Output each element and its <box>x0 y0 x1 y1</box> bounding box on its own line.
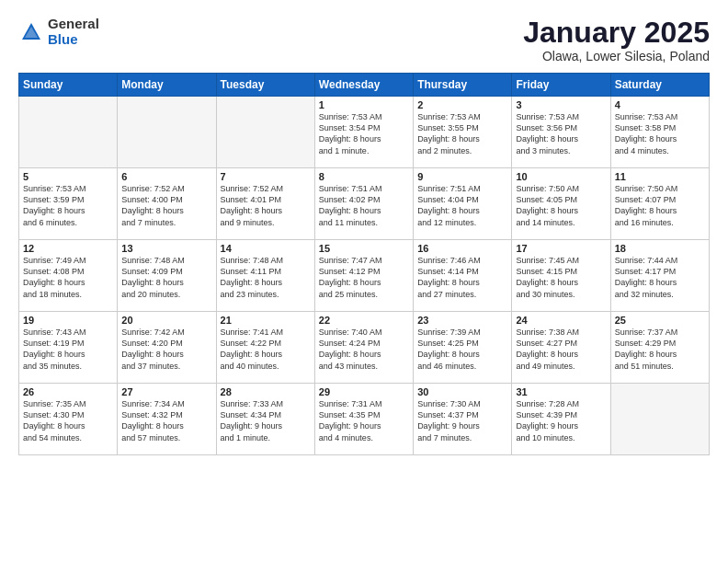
day-cell: 16Sunrise: 7:46 AM Sunset: 4:14 PM Dayli… <box>414 240 512 312</box>
day-cell <box>19 97 118 168</box>
calendar-subtitle: Olawa, Lower Silesia, Poland <box>523 49 710 63</box>
day-info: Sunrise: 7:49 AM Sunset: 4:08 PM Dayligh… <box>23 255 113 300</box>
header-wednesday: Wednesday <box>314 74 413 97</box>
date-number: 27 <box>121 386 211 397</box>
header-sunday: Sunday <box>19 74 118 97</box>
date-number: 11 <box>615 171 705 182</box>
date-number: 13 <box>121 243 211 254</box>
date-number: 30 <box>417 386 507 397</box>
header: General Blue January 2025 Olawa, Lower S… <box>18 17 710 63</box>
day-info: Sunrise: 7:53 AM Sunset: 3:58 PM Dayligh… <box>615 111 705 156</box>
day-info: Sunrise: 7:42 AM Sunset: 4:20 PM Dayligh… <box>121 327 211 372</box>
header-saturday: Saturday <box>610 74 709 97</box>
calendar-title: January 2025 <box>523 17 710 49</box>
day-info: Sunrise: 7:48 AM Sunset: 4:11 PM Dayligh… <box>221 255 311 300</box>
day-info: Sunrise: 7:41 AM Sunset: 4:22 PM Dayligh… <box>221 327 311 372</box>
date-number: 26 <box>23 386 113 397</box>
day-info: Sunrise: 7:50 AM Sunset: 4:07 PM Dayligh… <box>615 183 705 228</box>
day-cell: 13Sunrise: 7:48 AM Sunset: 4:09 PM Dayli… <box>118 240 216 312</box>
header-thursday: Thursday <box>414 74 512 97</box>
week-row-5: 26Sunrise: 7:35 AM Sunset: 4:30 PM Dayli… <box>19 384 710 455</box>
date-number: 21 <box>221 315 311 326</box>
date-number: 28 <box>221 386 311 397</box>
date-number: 16 <box>417 243 507 254</box>
header-row: Sunday Monday Tuesday Wednesday Thursday… <box>19 74 710 97</box>
day-cell: 26Sunrise: 7:35 AM Sunset: 4:30 PM Dayli… <box>19 384 118 455</box>
day-cell: 3Sunrise: 7:53 AM Sunset: 3:56 PM Daylig… <box>512 97 610 168</box>
date-number: 3 <box>516 99 606 110</box>
day-cell <box>610 384 709 455</box>
day-info: Sunrise: 7:40 AM Sunset: 4:24 PM Dayligh… <box>319 327 409 372</box>
day-cell: 18Sunrise: 7:44 AM Sunset: 4:17 PM Dayli… <box>610 240 709 312</box>
date-number: 9 <box>417 171 507 182</box>
day-info: Sunrise: 7:51 AM Sunset: 4:02 PM Dayligh… <box>319 183 409 228</box>
header-tuesday: Tuesday <box>216 74 314 97</box>
day-cell <box>118 97 216 168</box>
day-cell: 6Sunrise: 7:52 AM Sunset: 4:00 PM Daylig… <box>118 168 216 240</box>
date-number: 29 <box>319 386 409 397</box>
day-cell: 7Sunrise: 7:52 AM Sunset: 4:01 PM Daylig… <box>216 168 314 240</box>
date-number: 23 <box>417 315 507 326</box>
date-number: 17 <box>516 243 606 254</box>
day-cell: 20Sunrise: 7:42 AM Sunset: 4:20 PM Dayli… <box>118 312 216 384</box>
header-friday: Friday <box>512 74 610 97</box>
day-cell: 8Sunrise: 7:51 AM Sunset: 4:02 PM Daylig… <box>314 168 413 240</box>
date-number: 15 <box>319 243 409 254</box>
day-info: Sunrise: 7:53 AM Sunset: 3:54 PM Dayligh… <box>319 111 409 156</box>
date-number: 5 <box>23 171 113 182</box>
day-cell: 21Sunrise: 7:41 AM Sunset: 4:22 PM Dayli… <box>216 312 314 384</box>
day-info: Sunrise: 7:52 AM Sunset: 4:00 PM Dayligh… <box>121 183 211 228</box>
week-row-3: 12Sunrise: 7:49 AM Sunset: 4:08 PM Dayli… <box>19 240 710 312</box>
day-cell: 14Sunrise: 7:48 AM Sunset: 4:11 PM Dayli… <box>216 240 314 312</box>
day-info: Sunrise: 7:35 AM Sunset: 4:30 PM Dayligh… <box>23 398 113 443</box>
header-monday: Monday <box>118 74 216 97</box>
date-number: 14 <box>221 243 311 254</box>
date-number: 6 <box>121 171 211 182</box>
logo: General Blue <box>18 17 99 47</box>
day-cell: 2Sunrise: 7:53 AM Sunset: 3:55 PM Daylig… <box>414 97 512 168</box>
date-number: 20 <box>121 315 211 326</box>
day-cell: 29Sunrise: 7:31 AM Sunset: 4:35 PM Dayli… <box>314 384 413 455</box>
day-info: Sunrise: 7:51 AM Sunset: 4:04 PM Dayligh… <box>417 183 507 228</box>
day-cell: 1Sunrise: 7:53 AM Sunset: 3:54 PM Daylig… <box>314 97 413 168</box>
date-number: 19 <box>23 315 113 326</box>
day-cell: 24Sunrise: 7:38 AM Sunset: 4:27 PM Dayli… <box>512 312 610 384</box>
week-row-1: 1Sunrise: 7:53 AM Sunset: 3:54 PM Daylig… <box>19 97 710 168</box>
day-cell: 23Sunrise: 7:39 AM Sunset: 4:25 PM Dayli… <box>414 312 512 384</box>
day-info: Sunrise: 7:28 AM Sunset: 4:39 PM Dayligh… <box>516 398 606 443</box>
calendar-page: General Blue January 2025 Olawa, Lower S… <box>0 0 728 465</box>
date-number: 10 <box>516 171 606 182</box>
day-cell: 28Sunrise: 7:33 AM Sunset: 4:34 PM Dayli… <box>216 384 314 455</box>
week-row-2: 5Sunrise: 7:53 AM Sunset: 3:59 PM Daylig… <box>19 168 710 240</box>
day-cell: 30Sunrise: 7:30 AM Sunset: 4:37 PM Dayli… <box>414 384 512 455</box>
day-info: Sunrise: 7:48 AM Sunset: 4:09 PM Dayligh… <box>121 255 211 300</box>
day-info: Sunrise: 7:39 AM Sunset: 4:25 PM Dayligh… <box>417 327 507 372</box>
day-info: Sunrise: 7:46 AM Sunset: 4:14 PM Dayligh… <box>417 255 507 300</box>
day-info: Sunrise: 7:47 AM Sunset: 4:12 PM Dayligh… <box>319 255 409 300</box>
date-number: 25 <box>615 315 705 326</box>
day-info: Sunrise: 7:38 AM Sunset: 4:27 PM Dayligh… <box>516 327 606 372</box>
day-cell: 10Sunrise: 7:50 AM Sunset: 4:05 PM Dayli… <box>512 168 610 240</box>
day-info: Sunrise: 7:50 AM Sunset: 4:05 PM Dayligh… <box>516 183 606 228</box>
day-info: Sunrise: 7:53 AM Sunset: 3:59 PM Dayligh… <box>23 183 113 228</box>
logo-text: General Blue <box>48 17 99 47</box>
day-info: Sunrise: 7:37 AM Sunset: 4:29 PM Dayligh… <box>615 327 705 372</box>
day-info: Sunrise: 7:52 AM Sunset: 4:01 PM Dayligh… <box>221 183 311 228</box>
date-number: 4 <box>615 99 705 110</box>
day-info: Sunrise: 7:45 AM Sunset: 4:15 PM Dayligh… <box>516 255 606 300</box>
day-cell: 19Sunrise: 7:43 AM Sunset: 4:19 PM Dayli… <box>19 312 118 384</box>
logo-general: General <box>48 17 99 32</box>
week-row-4: 19Sunrise: 7:43 AM Sunset: 4:19 PM Dayli… <box>19 312 710 384</box>
day-cell: 25Sunrise: 7:37 AM Sunset: 4:29 PM Dayli… <box>610 312 709 384</box>
day-cell <box>216 97 314 168</box>
date-number: 24 <box>516 315 606 326</box>
day-cell: 9Sunrise: 7:51 AM Sunset: 4:04 PM Daylig… <box>414 168 512 240</box>
day-info: Sunrise: 7:30 AM Sunset: 4:37 PM Dayligh… <box>417 398 507 443</box>
day-info: Sunrise: 7:53 AM Sunset: 3:55 PM Dayligh… <box>417 111 507 156</box>
day-cell: 11Sunrise: 7:50 AM Sunset: 4:07 PM Dayli… <box>610 168 709 240</box>
day-cell: 4Sunrise: 7:53 AM Sunset: 3:58 PM Daylig… <box>610 97 709 168</box>
day-cell: 5Sunrise: 7:53 AM Sunset: 3:59 PM Daylig… <box>19 168 118 240</box>
day-info: Sunrise: 7:34 AM Sunset: 4:32 PM Dayligh… <box>121 398 211 443</box>
day-info: Sunrise: 7:43 AM Sunset: 4:19 PM Dayligh… <box>23 327 113 372</box>
logo-blue: Blue <box>48 32 99 48</box>
